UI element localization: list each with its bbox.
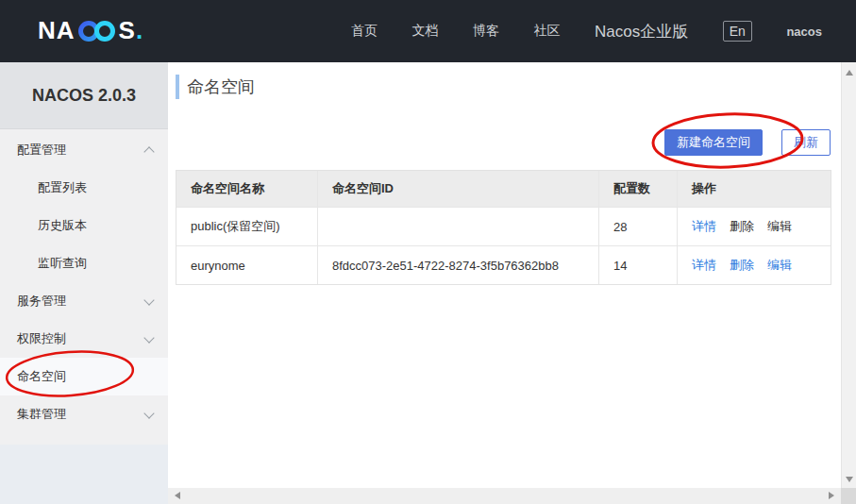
username-menu[interactable]: nacos (786, 25, 822, 39)
nav-item-docs[interactable]: 文档 (412, 23, 439, 40)
triangle-down-icon[interactable] (846, 477, 853, 482)
sidebar-item-label: 配置列表 (38, 179, 87, 196)
column-header-operations: 操作 (678, 171, 831, 207)
sidebar-item-permission-control[interactable]: 权限控制 (0, 320, 168, 358)
infinity-icon (76, 19, 118, 43)
sidebar-item-config-list[interactable]: 配置列表 (0, 169, 168, 207)
title-accent-bar (176, 75, 179, 99)
cell-namespace-name: public(保留空间) (176, 208, 318, 245)
cell-operations: 详情 删除 编辑 (678, 208, 831, 245)
main-content: 命名空间 新建命名空间 刷新 命名空间名称 命名空间ID 配置数 操作 publ… (168, 62, 841, 488)
sidebar-item-label: 配置管理 (17, 142, 66, 159)
cell-config-count: 28 (599, 208, 678, 245)
horizontal-scrollbar[interactable] (168, 488, 841, 504)
chevron-down-icon (143, 408, 154, 418)
cell-operations: 详情 删除 编辑 (678, 246, 831, 284)
cell-namespace-id (318, 208, 599, 245)
sidebar-item-label: 监听查询 (38, 255, 87, 272)
sidebar-item-label: 集群管理 (17, 406, 66, 423)
edit-link[interactable]: 编辑 (767, 218, 792, 235)
details-link[interactable]: 详情 (692, 257, 716, 274)
nacos-logo[interactable]: NA S . (38, 16, 143, 45)
sidebar-item-cluster-management[interactable]: 集群管理 (0, 395, 168, 433)
cell-namespace-id: 8fdcc073-2e51-4722-8274-3f5b76362bb8 (318, 246, 599, 284)
table-row-eurynome: eurynome 8fdcc073-2e51-4722-8274-3f5b763… (176, 245, 831, 284)
refresh-button[interactable]: 刷新 (781, 129, 831, 156)
nav-item-home[interactable]: 首页 (351, 23, 378, 40)
navbar-menu: 首页 文档 博客 社区 Nacos企业版 En nacos (351, 0, 822, 62)
toolbar: 新建命名空间 刷新 (664, 129, 831, 156)
sidebar-item-label: 历史版本 (38, 217, 87, 234)
table-header-row: 命名空间名称 命名空间ID 配置数 操作 (176, 171, 831, 207)
sidebar-item-listener-query[interactable]: 监听查询 (0, 244, 168, 282)
language-toggle[interactable]: En (723, 21, 752, 42)
logo-text-prefix: NA (38, 16, 76, 45)
chevron-down-icon (143, 332, 154, 343)
triangle-right-icon[interactable] (829, 492, 834, 499)
sidebar-menu: 配置管理 配置列表 历史版本 监听查询 服务管理 权限控制 命名空间 (0, 129, 168, 445)
sidebar-item-label: 服务管理 (17, 293, 66, 310)
details-link[interactable]: 详情 (692, 218, 716, 235)
table-row-public: public(保留空间) 28 详情 删除 编辑 (176, 207, 831, 245)
column-header-id: 命名空间ID (318, 171, 599, 207)
chevron-up-icon (143, 146, 154, 157)
sidebar-item-namespace[interactable]: 命名空间 (0, 358, 168, 395)
version-header: NACOS 2.0.3 (0, 62, 168, 129)
vertical-scrollbar[interactable] (841, 62, 856, 488)
sidebar-item-label: 命名空间 (17, 368, 66, 385)
sidebar: NACOS 2.0.3 配置管理 配置列表 历史版本 监听查询 服务管理 权限控… (0, 62, 168, 504)
scrollbar-corner (841, 488, 856, 504)
sidebar-item-label: 权限控制 (17, 330, 66, 347)
page-title-text: 命名空间 (187, 76, 255, 98)
sidebar-item-service-management[interactable]: 服务管理 (0, 282, 168, 320)
triangle-up-icon[interactable] (846, 70, 853, 76)
page-title: 命名空间 (176, 75, 255, 99)
nav-item-blog[interactable]: 博客 (473, 23, 499, 40)
nav-item-community[interactable]: 社区 (534, 23, 561, 40)
logo-text-suffix: S (119, 16, 136, 45)
namespace-table: 命名空间名称 命名空间ID 配置数 操作 public(保留空间) 28 详情 … (176, 170, 831, 285)
cell-config-count: 14 (599, 246, 678, 284)
new-namespace-button[interactable]: 新建命名空间 (664, 129, 763, 156)
delete-link[interactable]: 删除 (730, 218, 754, 235)
triangle-left-icon[interactable] (175, 492, 180, 499)
delete-link[interactable]: 删除 (730, 257, 754, 274)
table-body: public(保留空间) 28 详情 删除 编辑 eurynome 8fdcc0… (176, 207, 831, 284)
nav-item-enterprise[interactable]: Nacos企业版 (595, 21, 688, 42)
logo-dot: . (136, 16, 143, 45)
sidebar-item-config-management[interactable]: 配置管理 (0, 131, 168, 169)
column-header-name: 命名空间名称 (176, 171, 318, 207)
chevron-down-icon (143, 294, 154, 305)
edit-link[interactable]: 编辑 (767, 257, 792, 274)
sidebar-item-history-versions[interactable]: 历史版本 (0, 207, 168, 244)
top-navbar: NA S . 首页 文档 博客 社区 Nacos企业版 En nacos (0, 0, 856, 62)
nacos-console: NA S . 首页 文档 博客 社区 Nacos企业版 En nacos (0, 0, 856, 504)
cell-namespace-name: eurynome (176, 246, 318, 284)
column-header-count: 配置数 (599, 171, 678, 207)
